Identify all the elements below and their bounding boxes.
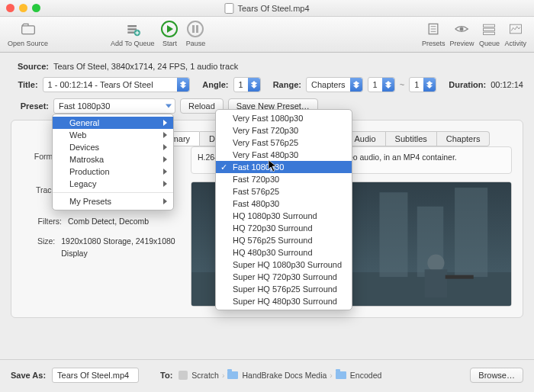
filters-value: Comb Detect, Decomb (68, 216, 149, 228)
preset-category-item[interactable]: Web (53, 129, 173, 141)
preset-item[interactable]: Fast 720p30 (216, 173, 352, 185)
preset-item[interactable]: Fast 576p25 (216, 185, 352, 198)
disk-icon (179, 371, 188, 380)
svg-rect-10 (484, 24, 495, 27)
preset-category-item[interactable]: Legacy (53, 178, 173, 190)
add-to-queue-button[interactable]: Add To Queue (111, 20, 154, 47)
preset-category-item[interactable]: Matroska (53, 153, 173, 165)
duration-value: 00:12:14 (491, 80, 523, 89)
range-to-select[interactable]: 1 (409, 77, 436, 92)
preset-item[interactable]: HQ 720p30 Surround (216, 222, 352, 234)
zoom-window-button[interactable] (32, 4, 40, 12)
preset-item[interactable]: Super HQ 720p30 Surround (216, 271, 352, 283)
pause-button[interactable]: Pause (185, 20, 206, 47)
browse-button[interactable]: Browse… (470, 368, 523, 383)
preset-item[interactable]: Super HQ 576p25 Surround (216, 283, 352, 295)
preset-item[interactable]: Fast 480p30 (216, 198, 352, 210)
preset-item[interactable]: HQ 576p25 Surround (216, 234, 352, 246)
title-select[interactable]: 1 - 00:12:14 - Tears Of Steel (43, 77, 191, 92)
range-label: Range: (273, 80, 301, 89)
range-from-select[interactable]: 1 (368, 77, 395, 92)
start-button[interactable]: Start (159, 20, 180, 47)
preset-general-submenu[interactable]: Very Fast 1080p30Very Fast 720p30Very Fa… (215, 109, 352, 310)
save-as-field[interactable]: Tears Of Steel.mp4 (52, 368, 139, 383)
svg-rect-25 (446, 275, 474, 279)
svg-rect-16 (379, 192, 407, 277)
size-label: Size: (25, 236, 55, 260)
size-value: 1920x1080 Storage, 2419x1080 Display (61, 236, 178, 260)
presets-button[interactable]: Presets (422, 20, 446, 47)
source-label: Source: (11, 62, 49, 71)
folder-icon (336, 371, 346, 379)
duration-label: Duration: (449, 80, 486, 89)
svg-rect-2 (127, 28, 137, 31)
queue-button[interactable]: Queue (478, 20, 500, 47)
preset-item[interactable]: Super HQ 1080p30 Surround (216, 259, 352, 271)
document-icon (224, 3, 233, 14)
title-label: Title: (11, 80, 38, 89)
open-source-button[interactable]: Open Source (8, 20, 48, 47)
tab-subtitles[interactable]: Subtitles (386, 131, 437, 146)
preset-item[interactable]: HQ 1080p30 Surround (216, 210, 352, 222)
preview-button[interactable]: Preview (449, 20, 474, 47)
preset-item[interactable]: Very Fast 576p25 (216, 137, 352, 149)
preset-my-presets[interactable]: My Presets (53, 195, 173, 207)
angle-select[interactable]: 1 (233, 77, 261, 92)
window-title: Tears Of Steel.mp4 (237, 4, 309, 13)
range-mode-select[interactable]: Chapters (306, 77, 363, 92)
preset-category-menu[interactable]: GeneralWebDevicesMatroskaProductionLegac… (52, 114, 174, 210)
destination-path[interactable]: Scratch › HandBrake Docs Media › Encoded (179, 371, 381, 380)
titlebar: Tears Of Steel.mp4 (0, 0, 534, 17)
filters-label: Filters: (25, 216, 62, 228)
minimize-window-button[interactable] (19, 4, 27, 12)
preset-category-item[interactable]: Devices (53, 141, 173, 153)
source-value: Tears Of Steel, 3840x1714, 24 FPS, 1 aud… (53, 62, 238, 71)
svg-rect-12 (484, 32, 495, 34)
toolbar: Open Source Add To Queue Start Pause Pre… (0, 17, 534, 53)
angle-label: Angle: (202, 80, 228, 89)
svg-point-23 (427, 255, 444, 272)
svg-rect-1 (127, 25, 137, 27)
preset-category-item[interactable]: General (53, 117, 173, 129)
preset-item[interactable]: HQ 480p30 Surround (216, 246, 352, 259)
preset-label: Preset: (11, 101, 49, 111)
svg-rect-11 (484, 28, 495, 31)
svg-point-9 (460, 27, 464, 31)
preset-item[interactable]: Fast 1080p30 (216, 161, 352, 173)
preset-item[interactable]: Very Fast 720p30 (216, 124, 352, 137)
preset-category-item[interactable]: Production (53, 165, 173, 178)
svg-rect-24 (425, 269, 448, 297)
preset-item[interactable]: Very Fast 1080p30 (216, 112, 352, 124)
activity-button[interactable]: Activity (504, 20, 526, 47)
folder-icon (227, 371, 238, 379)
to-label: To: (160, 371, 172, 380)
svg-rect-0 (21, 26, 34, 34)
preset-item[interactable]: Super HQ 480p30 Surround (216, 295, 352, 307)
tab-chapters[interactable]: Chapters (437, 131, 491, 146)
preset-select[interactable]: Fast 1080p30 (53, 98, 175, 114)
svg-rect-18 (455, 188, 487, 277)
preset-item[interactable]: Very Fast 480p30 (216, 149, 352, 161)
save-as-label: Save As: (11, 371, 46, 380)
close-window-button[interactable] (6, 4, 14, 12)
